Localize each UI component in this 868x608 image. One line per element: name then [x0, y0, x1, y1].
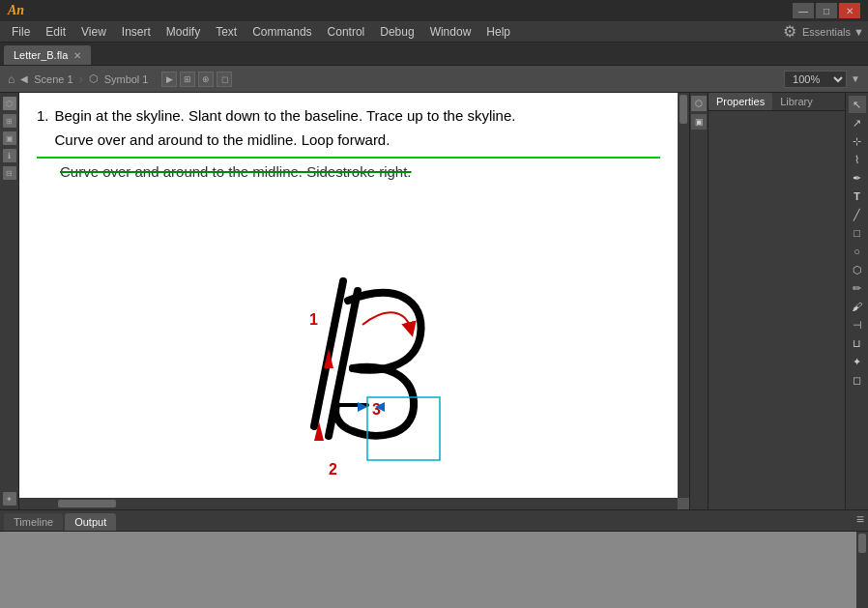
tab-letter-b[interactable]: Letter_B.fla ✕ [4, 45, 91, 65]
menu-edit[interactable]: Edit [38, 23, 73, 41]
color-wheel-icon[interactable]: ✦ [3, 492, 16, 506]
info-icon[interactable]: ℹ [3, 149, 16, 162]
center-icon[interactable]: ⊕ [198, 72, 214, 87]
tabbar: Letter_B.fla ✕ [0, 43, 868, 66]
symbol-label[interactable]: Symbol 1 [104, 73, 149, 85]
scene-label[interactable]: Scene 1 [34, 73, 72, 85]
instruction-numbered: 1. Begin at the skyline. Slant down to t… [37, 104, 660, 153]
transform-tool-btn[interactable]: ⊹ [849, 132, 866, 150]
brush-tool-btn[interactable]: 🖌 [849, 298, 866, 315]
instruction-text: 1. Begin at the skyline. Slant down to t… [19, 93, 678, 184]
align-icon[interactable]: ⊟ [3, 166, 16, 180]
eraser-btn[interactable]: ◻ [849, 371, 866, 389]
tab-output[interactable]: Output [65, 513, 116, 531]
scene-back-icon[interactable]: ◀ [20, 73, 28, 84]
titlebar-left: An [8, 3, 24, 18]
zoom-dropdown-icon[interactable]: ▼ [851, 73, 860, 84]
lasso-tool-btn[interactable]: ⌇ [849, 151, 866, 168]
menu-insert[interactable]: Insert [114, 23, 159, 41]
menu-help[interactable]: Help [478, 23, 518, 41]
bottom-tabs: Timeline Output ≡ [0, 510, 868, 532]
menu-file[interactable]: File [4, 23, 38, 41]
line-tool-btn[interactable]: ╱ [849, 206, 866, 223]
bottom-area: Timeline Output ≡ ◀ ▶ [0, 509, 868, 608]
bottom-vscroll-thumb[interactable] [858, 534, 866, 553]
close-button[interactable]: ✕ [839, 3, 860, 18]
pen-tool-btn[interactable]: ✒ [849, 169, 866, 187]
app-icon: An [8, 3, 24, 18]
menu-modify[interactable]: Modify [159, 23, 208, 41]
menu-window[interactable]: Window [422, 23, 479, 41]
snap-icon-left[interactable]: ▣ [3, 131, 16, 145]
instruction-lines: Begin at the skyline. Slant down to the … [55, 104, 516, 153]
instruction-line2: Curve over and around to the midline. Lo… [55, 129, 516, 153]
tab-timeline[interactable]: Timeline [4, 513, 63, 531]
color-icon-right[interactable]: ⬡ [691, 96, 707, 111]
main-area: ⬡ ⊞ ▣ ℹ ⊟ ✦ 1. Begin at the skyline. Sla… [0, 93, 868, 509]
menu-text[interactable]: Text [208, 23, 245, 41]
essentials-dropdown[interactable]: Essentials ▼ [802, 26, 864, 38]
tab-properties[interactable]: Properties [709, 93, 772, 110]
minimize-button[interactable]: — [793, 3, 814, 18]
toolbar-right: ↖ ↗ ⊹ ⌇ ✒ T ╱ □ ○ ⬡ ✏ 🖌 ⊣ ⊔ ✦ ◻ [845, 93, 868, 509]
grid-icon[interactable]: ⊞ [180, 72, 195, 87]
canvas-vscroll-thumb[interactable] [680, 95, 687, 124]
canvas-scroll-h[interactable] [19, 498, 678, 509]
tab-label: Letter_B.fla [14, 49, 68, 61]
right-panel-wrapper: ⬡ ▣ Properties Library ↖ ↗ ⊹ ⌇ ✒ T ╱ □ ○… [689, 93, 868, 509]
camera-icon[interactable]: ▶ [161, 72, 177, 87]
menu-view[interactable]: View [73, 23, 114, 41]
titlebar: An — □ ✕ [0, 0, 868, 21]
svg-text:2: 2 [329, 461, 337, 478]
oval-tool-btn[interactable]: ○ [849, 243, 866, 260]
right-panel-icons: ⬡ ▣ [689, 93, 709, 509]
snap-icon[interactable]: ◻ [217, 72, 232, 87]
tab-close-icon[interactable]: ✕ [73, 50, 81, 61]
rect-tool-btn[interactable]: □ [849, 224, 866, 242]
bottom-scroll-v[interactable] [856, 532, 868, 608]
select-tool-btn[interactable]: ↖ [849, 96, 866, 113]
green-separator [37, 157, 660, 159]
output-content [0, 532, 856, 608]
titlebar-controls: — □ ✕ [793, 3, 860, 18]
poly-tool-btn[interactable]: ⬡ [849, 261, 866, 278]
paint-bucket-btn[interactable]: ⊔ [849, 334, 866, 352]
strikethrough-instruction: Curve over and around to the midline. Si… [37, 160, 660, 185]
canvas-hscroll-thumb[interactable] [58, 500, 116, 507]
svg-text:1: 1 [309, 311, 318, 328]
subselect-tool-btn[interactable]: ↗ [849, 114, 866, 131]
home-icon[interactable]: ⌂ [8, 72, 14, 86]
color-swatch-icon[interactable]: ⬡ [3, 97, 16, 110]
canvas-scroll-v[interactable] [678, 93, 689, 498]
scenebar: ⌂ ◀ Scene 1 › ⬡ Symbol 1 ▶ ⊞ ⊕ ◻ 100% 50… [0, 66, 868, 93]
instruction-line1: Begin at the skyline. Slant down to the … [55, 104, 516, 129]
right-panel-content [709, 111, 845, 509]
menubar: File Edit View Insert Modify Text Comman… [0, 21, 868, 43]
grid-view-icon[interactable]: ⊞ [3, 114, 16, 128]
text-tool-btn[interactable]: T [849, 188, 866, 205]
zoom-container: 100% 50% 75% 150% 200% ▼ [784, 71, 860, 88]
eyedropper-btn[interactable]: ✦ [849, 353, 866, 370]
bone-tool-btn[interactable]: ⊣ [849, 316, 866, 333]
canvas-area[interactable]: 1. Begin at the skyline. Slant down to t… [19, 93, 689, 509]
left-panel: ⬡ ⊞ ▣ ℹ ⊟ ✦ [0, 93, 19, 509]
menu-commands[interactable]: Commands [245, 23, 319, 41]
bottom-content: ◀ ▶ [0, 532, 868, 608]
letter-b-svg: 1 2 3 [271, 272, 483, 498]
library-icon-right[interactable]: ▣ [691, 114, 707, 130]
right-panel-tabs: Properties Library [709, 93, 845, 111]
maximize-button[interactable]: □ [816, 3, 837, 18]
left-bottom-icon: ✦ [3, 492, 16, 506]
pencil-tool-btn[interactable]: ✏ [849, 279, 866, 297]
symbol-icon: ⬡ [89, 72, 99, 85]
menu-control[interactable]: Control [320, 23, 373, 41]
instruction-number: 1. [37, 104, 49, 153]
menu-debug[interactable]: Debug [372, 23, 421, 41]
settings-icon[interactable]: ⚙ [783, 22, 796, 41]
scene-sep: › [79, 72, 83, 86]
right-panel: Properties Library [709, 93, 845, 509]
bottom-menu-icon[interactable]: ≡ [856, 512, 864, 526]
svg-text:3: 3 [372, 401, 381, 418]
tab-library[interactable]: Library [772, 93, 821, 110]
zoom-select[interactable]: 100% 50% 75% 150% 200% [784, 71, 847, 88]
